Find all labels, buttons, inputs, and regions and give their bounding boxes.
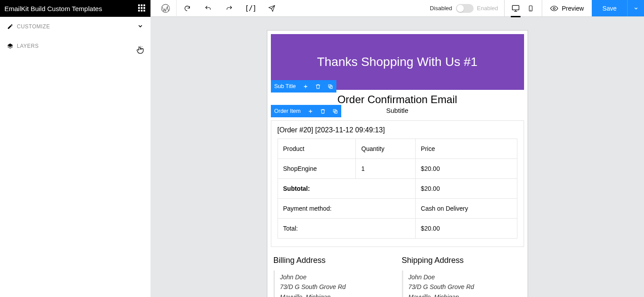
main: [/] Disabled Enabled (150, 0, 644, 297)
sidebar-header: EmailKit Build Custom Templates (0, 0, 150, 17)
billing-city: Mayville, Michigan (280, 292, 393, 297)
plus-icon (303, 84, 309, 89)
enable-toggle-group: Disabled Enabled (424, 4, 504, 13)
copy-icon (332, 108, 338, 114)
order-item-add-button[interactable] (304, 105, 316, 117)
device-group (504, 0, 542, 16)
apps-grid-icon[interactable] (138, 4, 146, 12)
subtitle-duplicate-button[interactable] (324, 80, 336, 93)
save-dropdown-button[interactable] (627, 0, 644, 16)
refresh-button[interactable] (176, 0, 197, 17)
app-title: EmailKit Build Custom Templates (4, 5, 102, 12)
canvas[interactable]: Thanks Shopping With Us #1 Sub Title (150, 17, 644, 297)
order-item-duplicate-button[interactable] (329, 105, 341, 117)
subtitle-delete-button[interactable] (312, 80, 324, 93)
wordpress-icon[interactable] (155, 0, 176, 17)
chevron-down-icon (137, 23, 143, 31)
save-button[interactable]: Save (592, 0, 627, 16)
order-section[interactable]: [Order #20] [2023-11-12 09:49:13] Produc… (271, 120, 524, 247)
summary-value: Cash on Delivery (415, 199, 517, 219)
summary-row-payment: Payment method: Cash on Delivery (278, 199, 517, 219)
email-frame[interactable]: Thanks Shopping With Us #1 Sub Title (267, 30, 528, 297)
preview-label: Preview (562, 5, 584, 12)
topbar: [/] Disabled Enabled (150, 0, 644, 17)
shipping-street: 73/D G South Grove Rd (409, 282, 521, 292)
shipping-block: John Doe 73/D G South Grove Rd Mayville,… (402, 270, 521, 297)
shipping-title: Shipping Address (402, 256, 521, 265)
summary-row-total: Total: $20.00 (278, 219, 517, 239)
trash-icon (315, 84, 321, 89)
copy-icon (328, 84, 333, 89)
layers-icon (7, 43, 13, 49)
cell-price: $20.00 (415, 159, 517, 179)
save-label: Save (602, 5, 617, 12)
billing-street: 73/D G South Grove Rd (280, 282, 393, 292)
cell-quantity: 1 (356, 159, 416, 179)
preview-button[interactable]: Preview (542, 0, 592, 16)
shipping-city: Mayville, Michigan (409, 292, 521, 297)
billing-address-col[interactable]: Billing Address John Doe 73/D G South Gr… (274, 256, 393, 297)
chevron-down-icon (633, 6, 639, 11)
order-item-delete-button[interactable] (316, 105, 329, 117)
eye-icon (550, 4, 558, 12)
sidebar-item-customize[interactable]: CUSTOMIZE (0, 17, 150, 36)
svg-rect-1 (513, 5, 519, 10)
billing-block: John Doe 73/D G South Grove Rd Mayville,… (274, 270, 393, 297)
summary-label: Payment method: (278, 199, 415, 219)
shipping-address-col[interactable]: Shipping Address John Doe 73/D G South G… (402, 256, 521, 297)
shortcode-button[interactable]: [/] (240, 0, 261, 17)
billing-name: John Doe (280, 272, 393, 282)
send-button[interactable] (261, 0, 282, 17)
enable-toggle[interactable] (456, 4, 474, 13)
device-mobile-button[interactable] (523, 0, 538, 17)
order-title: [Order #20] [2023-11-12 09:49:13] (278, 126, 517, 134)
sidebar-item-layers[interactable]: LAYERS (0, 36, 150, 56)
summary-row-subtotal: Subtotal: $20.00 (278, 179, 517, 199)
summary-label: Subtotal: (278, 179, 415, 199)
table-header-row: Product Quantity Price (278, 139, 517, 159)
summary-value: $20.00 (415, 179, 517, 199)
addresses: Billing Address John Doe 73/D G South Gr… (267, 251, 528, 297)
subtitle-toolbar-label: Sub Title (271, 83, 300, 89)
subtitle-add-button[interactable] (299, 80, 312, 93)
summary-value: $20.00 (415, 219, 517, 239)
order-table: Product Quantity Price ShopEngine 1 $20.… (278, 139, 517, 239)
th-price: Price (415, 139, 517, 159)
th-product: Product (278, 139, 356, 159)
email-heading[interactable]: Order Confirmation Email (271, 93, 524, 106)
order-item-toolbar-label: Order Item (271, 108, 305, 114)
svg-point-3 (531, 10, 531, 10)
table-row: ShopEngine 1 $20.00 (278, 159, 517, 179)
banner-text: Thanks Shopping With Us #1 (317, 55, 478, 69)
sidebar: EmailKit Build Custom Templates CUSTOMIZ… (0, 0, 150, 297)
pencil-icon (7, 23, 13, 30)
trash-icon (320, 108, 326, 114)
sidebar-label-layers: LAYERS (17, 43, 39, 49)
th-quantity: Quantity (356, 139, 416, 159)
summary-label: Total: (278, 219, 415, 239)
subtitle-toolbar: Sub Title (271, 80, 337, 93)
toggle-label-disabled: Disabled (430, 5, 452, 12)
device-desktop-button[interactable] (508, 0, 523, 17)
svg-point-4 (553, 7, 555, 9)
billing-title: Billing Address (274, 256, 393, 265)
sidebar-label-customize: CUSTOMIZE (17, 23, 50, 30)
order-item-toolbar: Order Item (271, 105, 342, 117)
undo-button[interactable] (197, 0, 219, 17)
shipping-name: John Doe (409, 272, 521, 282)
plus-icon (308, 108, 313, 114)
toggle-label-enabled: Enabled (477, 5, 498, 12)
redo-button[interactable] (219, 0, 240, 17)
cell-product: ShopEngine (278, 159, 356, 179)
